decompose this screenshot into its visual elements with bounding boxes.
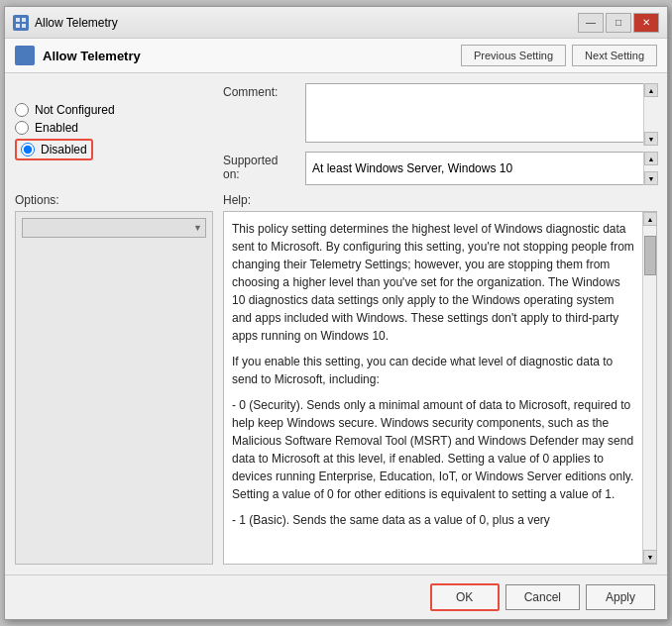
comment-scroll-down[interactable]: ▼ [644, 132, 658, 146]
radio-not-configured-label: Not Configured [35, 103, 115, 117]
comment-scroll-wrapper: ▲ ▼ [305, 83, 657, 146]
supported-content: At least Windows Server, Windows 10 [305, 152, 657, 185]
help-content: This policy setting determines the highe… [223, 211, 657, 565]
radio-not-configured-input[interactable] [15, 103, 29, 117]
svg-rect-0 [16, 18, 20, 22]
header-buttons: Previous Setting Next Setting [461, 45, 657, 66]
header-bar: Allow Telemetry Previous Setting Next Se… [5, 39, 667, 73]
minimize-button[interactable]: — [578, 13, 604, 33]
ok-button[interactable]: OK [430, 583, 500, 611]
dropdown-wrapper: ▼ [22, 218, 206, 238]
radio-not-configured[interactable]: Not Configured [15, 103, 213, 117]
help-scrollbar: ▲ ▼ [642, 212, 656, 564]
right-panel: Comment: ▲ ▼ Supported on: [223, 83, 657, 185]
supported-scroll-down[interactable]: ▼ [644, 171, 658, 185]
radio-enabled-label: Enabled [35, 121, 78, 135]
title-bar-left: Allow Telemetry [13, 15, 118, 31]
help-para-3: - 0 (Security). Sends only a minimal amo… [232, 396, 636, 503]
header-title: Allow Telemetry [43, 49, 453, 63]
help-label: Help: [223, 193, 657, 207]
close-button[interactable]: ✕ [633, 13, 659, 33]
radio-disabled-input[interactable] [21, 143, 35, 156]
next-setting-button[interactable]: Next Setting [572, 45, 657, 66]
radio-enabled-input[interactable] [15, 121, 29, 135]
comment-scroll-up[interactable]: ▲ [644, 83, 658, 97]
comment-textarea[interactable] [305, 83, 657, 143]
header-icon [15, 46, 35, 65]
help-para-2: If you enable this setting, you can deci… [232, 353, 636, 388]
help-scroll-down[interactable]: ▼ [643, 550, 657, 564]
radio-group: Not Configured Enabled Disabled [15, 103, 213, 160]
top-section: Not Configured Enabled Disabled [15, 83, 657, 185]
help-text: This policy setting determines the highe… [224, 212, 656, 564]
radio-disabled[interactable]: Disabled [15, 139, 213, 160]
options-content: ▼ [15, 211, 213, 565]
bottom-bar: OK Cancel Apply [5, 574, 667, 619]
help-scroll-track [643, 226, 656, 550]
svg-rect-3 [22, 24, 26, 28]
options-panel: Options: ▼ [15, 193, 213, 565]
left-panel: Not Configured Enabled Disabled [15, 83, 213, 185]
comment-row: Comment: ▲ ▼ [223, 83, 657, 146]
supported-row: Supported on: At least Windows Server, W… [223, 152, 657, 185]
options-dropdown[interactable] [22, 218, 206, 238]
previous-setting-button[interactable]: Previous Setting [461, 45, 566, 66]
disabled-highlight-box: Disabled [15, 139, 93, 160]
window-icon [13, 15, 29, 31]
help-panel: Help: This policy setting determines the… [223, 193, 657, 565]
cancel-button[interactable]: Cancel [505, 584, 580, 610]
title-controls: — □ ✕ [578, 13, 659, 33]
content-area: Not Configured Enabled Disabled [5, 73, 667, 574]
supported-scroll-up[interactable]: ▲ [644, 152, 658, 165]
radio-disabled-label: Disabled [41, 143, 87, 156]
svg-rect-2 [16, 24, 20, 28]
comment-scrollbar: ▲ ▼ [643, 83, 657, 146]
svg-rect-1 [22, 18, 26, 22]
supported-scrollbar: ▲ ▼ [643, 152, 657, 185]
help-para-1: This policy setting determines the highe… [232, 220, 636, 345]
help-scroll-up[interactable]: ▲ [643, 212, 657, 226]
comment-scroll-track [644, 97, 657, 132]
apply-button[interactable]: Apply [586, 584, 655, 610]
help-para-4: - 1 (Basic). Sends the same data as a va… [232, 511, 636, 529]
main-window: Allow Telemetry — □ ✕ Allow Telemetry Pr… [4, 6, 668, 620]
options-label: Options: [15, 193, 213, 207]
maximize-button[interactable]: □ [606, 13, 631, 33]
supported-label: Supported on: [223, 152, 297, 181]
title-bar: Allow Telemetry — □ ✕ [5, 7, 667, 39]
middle-section: Options: ▼ Help: This policy setting det… [15, 193, 657, 565]
window-title: Allow Telemetry [35, 16, 118, 30]
help-scroll-thumb[interactable] [644, 236, 656, 275]
supported-value: At least Windows Server, Windows 10 [312, 161, 512, 175]
supported-wrapper: At least Windows Server, Windows 10 ▲ ▼ [305, 152, 657, 185]
comment-label: Comment: [223, 83, 297, 99]
radio-enabled[interactable]: Enabled [15, 121, 213, 135]
